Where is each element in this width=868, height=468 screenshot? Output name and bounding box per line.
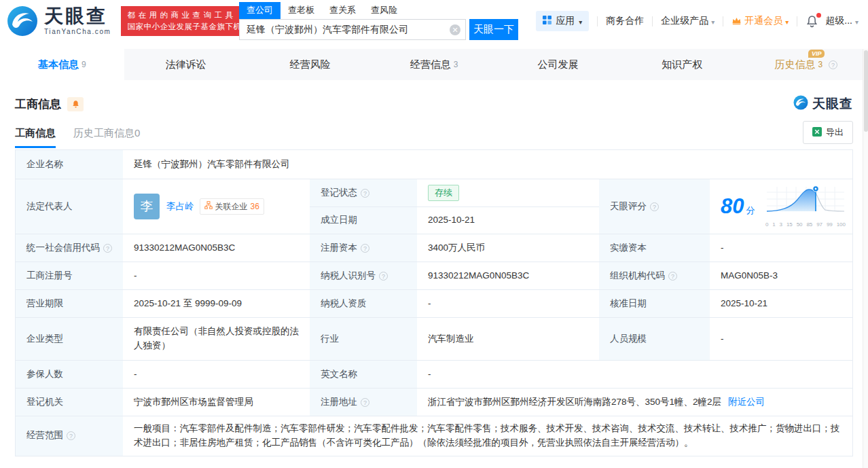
search-tab-company[interactable]: 查公司 bbox=[239, 2, 281, 19]
excel-icon bbox=[812, 127, 822, 139]
apps-menu[interactable]: 应用 bbox=[536, 11, 589, 31]
help-icon[interactable] bbox=[361, 398, 369, 407]
reg-authority-value: 宁波市鄞州区市场监督管理局 bbox=[123, 389, 310, 416]
subscribe-bell-button[interactable] bbox=[67, 97, 84, 111]
search-button[interactable]: 天眼一下 bbox=[469, 19, 518, 40]
apps-label: 应用 bbox=[556, 15, 575, 27]
tab-intellectual-property[interactable]: 知识产权 bbox=[620, 49, 744, 80]
company-name-value: 延锋（宁波鄞州）汽车零部件有限公司 bbox=[123, 150, 852, 179]
establish-date-value: 2025-10-21 bbox=[417, 207, 599, 234]
avatar[interactable]: 李 bbox=[134, 194, 160, 219]
status-badge: 存续 bbox=[428, 185, 459, 201]
company-type-value: 有限责任公司（非自然人投资或控股的法人独资） bbox=[123, 318, 310, 360]
help-icon[interactable] bbox=[668, 272, 677, 281]
field-label: 英文名称 bbox=[310, 361, 417, 388]
score-distribution-chart: 0131550859799100 bbox=[765, 184, 846, 229]
table-row: 法定代表人 李 李占岭 关联企业 36 bbox=[16, 179, 852, 234]
score-value: 80 bbox=[721, 190, 744, 223]
tab-operating-risk[interactable]: 经营风险 bbox=[248, 49, 372, 80]
help-icon[interactable] bbox=[650, 202, 659, 211]
credit-code-value: 91330212MAG0N05B3C bbox=[123, 234, 310, 262]
clear-icon[interactable]: ✕ bbox=[450, 24, 460, 35]
search-tab-relation[interactable]: 查关系 bbox=[322, 2, 363, 19]
brand-name: 天眼查 bbox=[44, 7, 111, 26]
field-label: 经营范围 bbox=[16, 416, 123, 456]
section-title: 工商信息 bbox=[15, 96, 61, 112]
label-text: 统一社会信用代码 bbox=[26, 241, 100, 255]
nearby-companies-link[interactable]: 附近公司 bbox=[728, 395, 765, 410]
user-label: 超级... bbox=[825, 15, 852, 27]
nav-cooperation[interactable]: 商务合作 bbox=[606, 15, 644, 27]
export-button[interactable]: 导出 bbox=[803, 121, 853, 144]
help-icon[interactable] bbox=[379, 272, 388, 281]
watermark-text: 天眼查 bbox=[812, 95, 853, 113]
chevron-down-icon bbox=[579, 16, 582, 26]
help-icon[interactable] bbox=[103, 244, 112, 253]
subtab-history-registration[interactable]: 历史工商信息0 bbox=[73, 127, 140, 148]
field-label: 实缴资本 bbox=[599, 234, 710, 262]
nav-open-vip[interactable]: 开通会员 bbox=[731, 15, 789, 27]
field-label: 组织机构代码 bbox=[599, 262, 710, 289]
reg-no-value: - bbox=[123, 262, 310, 289]
promo-line1: 都在用的商业查询工具 bbox=[128, 10, 250, 21]
divider bbox=[723, 16, 723, 26]
field-label: 企业类型 bbox=[16, 318, 123, 360]
tab-history-info[interactable]: 历史信息 VIP 3 bbox=[744, 49, 868, 80]
tab-operating-info[interactable]: 经营信息 3 bbox=[372, 49, 496, 80]
brand-domain: TianYanCha.com bbox=[44, 28, 111, 35]
field-label: 法定代表人 bbox=[16, 179, 123, 234]
user-menu[interactable]: 超级... bbox=[825, 15, 858, 27]
notification-dot bbox=[816, 13, 821, 18]
help-icon[interactable] bbox=[829, 60, 837, 69]
label-text: 登记状态 bbox=[321, 186, 357, 200]
search-tab-risk[interactable]: 查风险 bbox=[363, 2, 405, 19]
tab-legal-proceedings[interactable]: 法律诉讼 bbox=[124, 49, 249, 80]
table-row: 统一社会信用代码 91330212MAG0N05B3C 注册资本 3400万人民… bbox=[16, 234, 852, 262]
field-label: 登记状态 bbox=[310, 179, 417, 206]
table-row: 企业类型 有限责任公司（非自然人投资或控股的法人独资） 行业 汽车制造业 人员规… bbox=[16, 317, 852, 360]
subtabs: 工商信息 历史工商信息0 bbox=[15, 127, 140, 148]
chevron-down-icon bbox=[855, 16, 858, 26]
tab-label: 知识产权 bbox=[662, 58, 702, 71]
legal-rep-link[interactable]: 李占岭 bbox=[166, 200, 194, 214]
scrollbar[interactable] bbox=[863, 49, 868, 468]
industry-value: 汽车制造业 bbox=[417, 318, 599, 360]
chevron-down-icon bbox=[711, 16, 715, 26]
taxpayer-qualification-value: - bbox=[417, 290, 599, 317]
vip-label: 开通会员 bbox=[744, 15, 782, 27]
table-row: 企业名称 延锋（宁波鄞州）汽车零部件有限公司 bbox=[16, 150, 852, 179]
nav-enterprise[interactable]: 企业级产品 bbox=[661, 15, 715, 27]
business-info-table: 企业名称 延锋（宁波鄞州）汽车零部件有限公司 法定代表人 李 李占岭 bbox=[15, 149, 853, 456]
tianyancha-logo[interactable]: 天眼查 TianYanCha.com bbox=[7, 5, 111, 37]
tab-company-development[interactable]: 公司发展 bbox=[496, 49, 620, 80]
table-row: 参保人数 - 英文名称 - bbox=[16, 360, 852, 388]
export-label: 导出 bbox=[826, 126, 844, 139]
field-label: 参保人数 bbox=[16, 361, 123, 388]
related-label: 关联企业 bbox=[215, 200, 248, 213]
table-row: 登记机关 宁波市鄞州区市场监督管理局 注册地址 浙江省宁波市鄞州区鄞州经济开发区… bbox=[16, 388, 852, 416]
header: 天眼查 TianYanCha.com 都在用的商业查询工具 国家中小企业发展子基… bbox=[0, 0, 868, 42]
subtab-current-registration[interactable]: 工商信息 bbox=[15, 127, 56, 148]
scrollbar-thumb[interactable] bbox=[864, 50, 868, 132]
help-icon[interactable] bbox=[361, 189, 369, 198]
notification-bell[interactable] bbox=[806, 15, 818, 28]
tab-count: 3 bbox=[818, 60, 822, 69]
search-tabs: 查公司 查老板 查关系 查风险 bbox=[239, 2, 518, 19]
search-area: 查公司 查老板 查关系 查风险 ✕ 天眼一下 bbox=[239, 2, 518, 40]
approval-date-value: 2025-10-21 bbox=[710, 290, 852, 317]
business-term-value: 2025-10-21 至 9999-09-09 bbox=[123, 290, 310, 317]
help-icon[interactable] bbox=[67, 431, 75, 440]
related-companies-badge[interactable]: 关联企业 36 bbox=[200, 198, 264, 215]
search-input[interactable] bbox=[239, 19, 466, 40]
tab-label: 历史信息 bbox=[774, 58, 815, 70]
main-content: 工商信息 天眼查 bbox=[0, 95, 868, 456]
search-tab-boss[interactable]: 查老板 bbox=[281, 2, 322, 19]
tab-basic-info[interactable]: 基本信息 9 bbox=[0, 49, 124, 80]
chevron-down-icon bbox=[785, 16, 789, 26]
crown-icon bbox=[731, 16, 742, 26]
watermark-logo: 天眼查 bbox=[793, 95, 853, 113]
field-label: 核准日期 bbox=[599, 290, 710, 317]
tab-label: 法律诉讼 bbox=[166, 58, 206, 71]
promo-banner: 都在用的商业查询工具 国家中小企业发展子基金旗下机构 bbox=[121, 6, 257, 37]
help-icon[interactable] bbox=[361, 244, 369, 253]
